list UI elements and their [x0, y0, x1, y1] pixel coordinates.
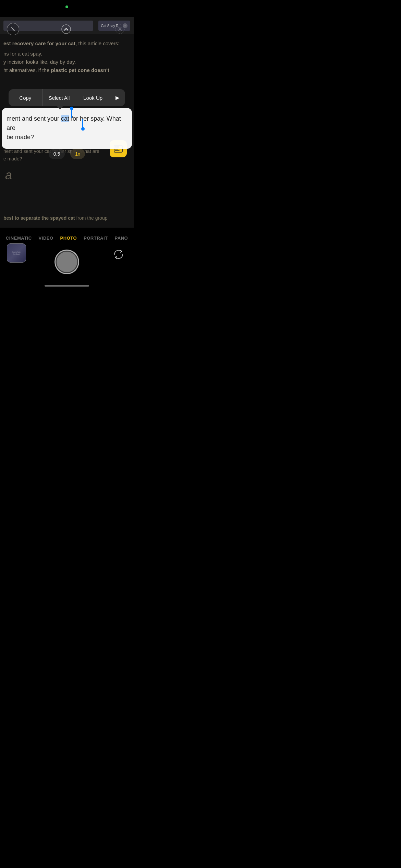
shutter-area: Last photo thumbnail [0, 245, 134, 279]
selected-word: cat [61, 115, 69, 122]
bottom-bold-line: best to separate the spayed cat from the… [3, 215, 130, 221]
cursor-handle-bottom[interactable] [82, 119, 83, 129]
mode-photo[interactable]: PHOTO [60, 236, 77, 241]
shutter-inner [57, 252, 77, 272]
photo-thumbnail[interactable]: Last photo thumbnail [7, 243, 26, 263]
bold-text-bottom: best to separate the spayed cat [3, 215, 75, 221]
look-up-button[interactable]: Look Up [76, 89, 110, 106]
menu-triangle [57, 106, 63, 110]
selection-text-2: be made? [7, 134, 34, 141]
top-camera-controls [0, 19, 134, 39]
camera-indicator-dot [65, 5, 68, 8]
svg-point-4 [119, 28, 121, 30]
flip-camera-button[interactable] [110, 246, 127, 263]
doc-line-2: ns for a cat spay. [3, 50, 130, 58]
collapse-button[interactable] [59, 22, 73, 36]
cursor-handle-top[interactable] [71, 109, 72, 118]
shutter-button[interactable] [54, 250, 79, 274]
zoom-1x-label: 1x [75, 151, 80, 157]
select-all-button[interactable]: Select All [42, 89, 76, 106]
decorative-letter: a [5, 168, 12, 182]
mode-portrait[interactable]: PORTRAIT [84, 236, 108, 241]
mode-video[interactable]: VIDEO [39, 236, 53, 241]
camera-mode-selector: CINEMATIC VIDEO PHOTO PORTRAIT PANO [0, 231, 134, 245]
zoom-0.5-button[interactable]: 0.5 [49, 149, 65, 159]
copy-button[interactable]: Copy [9, 89, 42, 106]
thumbnail-text: Last photo thumbnail [9, 251, 24, 255]
more-button[interactable]: ▶ [110, 89, 125, 106]
live-photo-button[interactable] [113, 22, 127, 36]
doc-line-3: y incision looks like, day by day. [3, 58, 130, 66]
zoom-0.5-label: 0.5 [53, 151, 60, 157]
camera-viewfinder: Cat Spay R... × est recovery care for yo… [0, 17, 134, 228]
selection-prefix: ment and sent your [7, 115, 61, 122]
mode-cinematic[interactable]: CINEMATIC [6, 236, 32, 241]
mode-pano[interactable]: PANO [115, 236, 128, 241]
document-text-top: est recovery care for your cat, this art… [3, 39, 130, 74]
flash-button[interactable] [7, 23, 19, 35]
svg-point-1 [62, 25, 71, 34]
text-selection-area[interactable]: ment and sent your cat for her spay. Wha… [2, 108, 132, 149]
status-bar [0, 0, 134, 17]
thumbnail-preview: Last photo thumbnail [7, 244, 26, 262]
doc-bold-1: est recovery care for your cat [3, 40, 75, 46]
home-indicator [45, 285, 89, 287]
doc-text-1: , this article covers: [75, 40, 119, 46]
doc-line-4: ht alternatives, if the plastic pet cone… [3, 66, 130, 74]
normal-text-bottom: from the group [75, 215, 108, 221]
context-menu: Copy Select All Look Up ▶ [9, 89, 125, 106]
zoom-1x-button[interactable]: 1x [70, 149, 85, 159]
selection-text: ment and sent your cat for her spay. Wha… [7, 114, 127, 133]
selection-text-line2: be made? [7, 133, 127, 142]
